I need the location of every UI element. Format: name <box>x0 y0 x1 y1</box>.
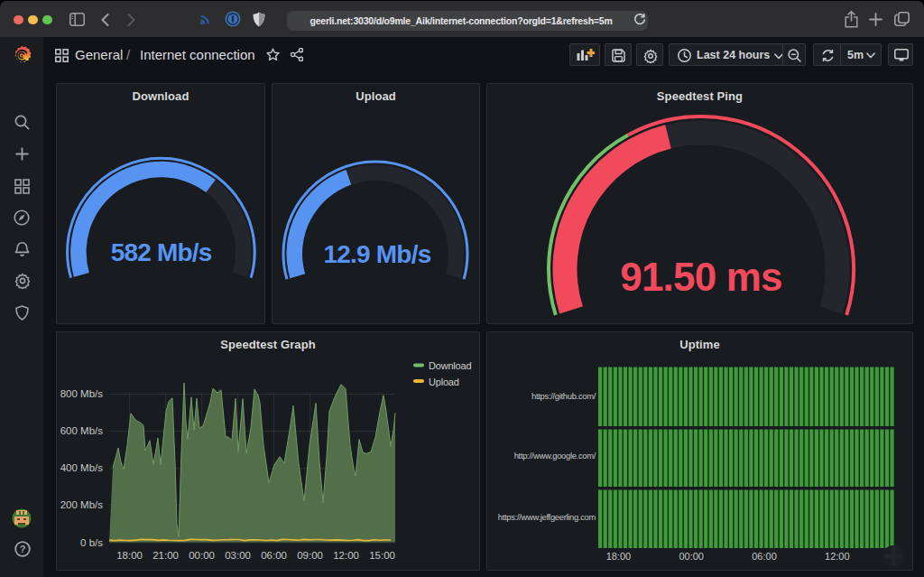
svg-text:12.9 Mb/s: 12.9 Mb/s <box>324 240 431 268</box>
svg-text:?: ? <box>19 544 25 554</box>
svg-text:400 Mb/s: 400 Mb/s <box>60 462 104 473</box>
svg-text:18:00: 18:00 <box>116 550 143 561</box>
svg-text:600 Mb/s: 600 Mb/s <box>60 425 104 436</box>
svg-text:12:00: 12:00 <box>333 550 359 561</box>
svg-text:00:00: 00:00 <box>679 551 704 562</box>
svg-text:91.50 ms: 91.50 ms <box>620 255 782 299</box>
svg-text:https://www.jeffgeerling.com: https://www.jeffgeerling.com <box>498 511 596 521</box>
svg-text:06:00: 06:00 <box>752 551 777 562</box>
svg-text:21:00: 21:00 <box>152 550 179 561</box>
svg-text:15:00: 15:00 <box>369 550 395 561</box>
svg-text:http://www.google.com/: http://www.google.com/ <box>514 451 596 461</box>
svg-text:582 Mb/s: 582 Mb/s <box>111 238 212 266</box>
svg-text:Download: Download <box>429 360 471 371</box>
svg-text:03:00: 03:00 <box>225 550 251 561</box>
svg-text:06:00: 06:00 <box>261 550 287 561</box>
svg-text:https://github.com/: https://github.com/ <box>531 390 596 400</box>
svg-text:Upload: Upload <box>429 376 459 386</box>
svg-text:00:00: 00:00 <box>189 550 215 561</box>
svg-text:09:00: 09:00 <box>297 550 323 561</box>
svg-text:200 Mb/s: 200 Mb/s <box>60 499 104 510</box>
svg-text:0 b/s: 0 b/s <box>80 536 103 547</box>
svg-text:18:00: 18:00 <box>606 551 632 562</box>
svg-text:12:00: 12:00 <box>825 551 850 562</box>
svg-text:800 Mb/s: 800 Mb/s <box>60 388 104 399</box>
